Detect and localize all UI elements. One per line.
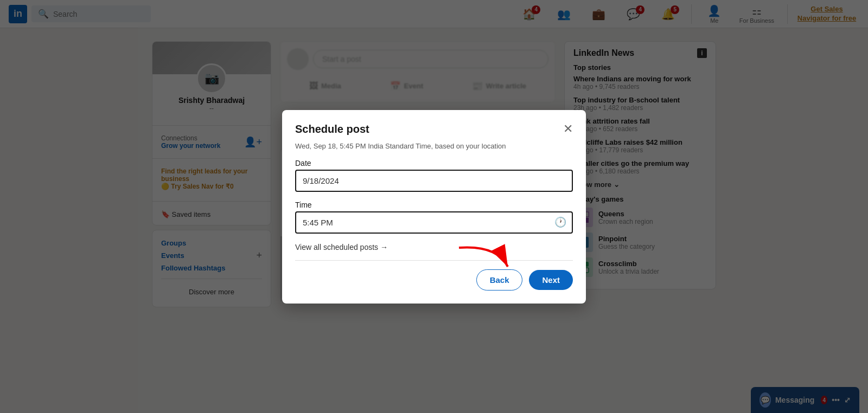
modal-subtitle: Wed, Sep 18, 5:45 PM India Standard Time… bbox=[295, 142, 573, 150]
schedule-post-modal: Schedule post ✕ Wed, Sep 18, 5:45 PM Ind… bbox=[282, 110, 586, 304]
modal-actions: Back Next bbox=[295, 269, 573, 291]
modal-divider bbox=[295, 260, 573, 261]
clock-icon: 🕐 bbox=[554, 216, 566, 228]
arrow-annotation bbox=[454, 242, 519, 277]
date-form-group: Date bbox=[295, 159, 573, 192]
date-label: Date bbox=[295, 159, 573, 167]
time-input[interactable] bbox=[295, 211, 573, 234]
close-modal-button[interactable]: ✕ bbox=[563, 123, 573, 135]
date-input[interactable] bbox=[295, 170, 573, 192]
time-form-group: Time 🕐 bbox=[295, 201, 573, 234]
view-scheduled-link[interactable]: View all scheduled posts → bbox=[295, 243, 388, 251]
modal-header: Schedule post ✕ bbox=[295, 123, 573, 135]
time-input-wrap: 🕐 bbox=[295, 211, 573, 234]
next-button[interactable]: Next bbox=[529, 270, 573, 290]
modal-backdrop: Schedule post ✕ Wed, Sep 18, 5:45 PM Ind… bbox=[0, 0, 868, 413]
modal-title: Schedule post bbox=[295, 123, 369, 135]
time-label: Time bbox=[295, 201, 573, 209]
